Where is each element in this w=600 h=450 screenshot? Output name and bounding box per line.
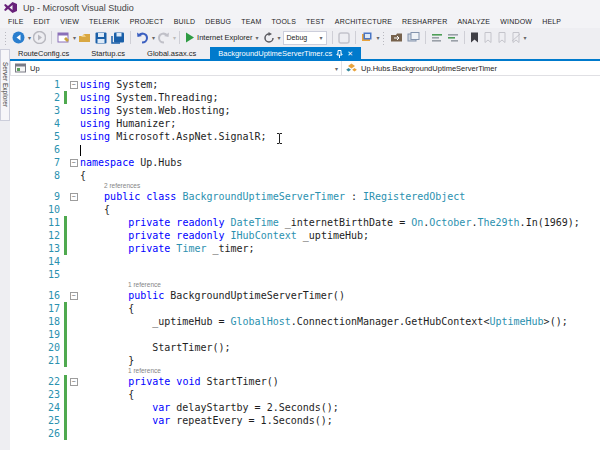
menu-item-architecture[interactable]: ARCHITECTURE — [330, 18, 397, 25]
window-layout-button[interactable] — [406, 30, 421, 46]
menu-item-debug[interactable]: DEBUG — [200, 18, 236, 25]
menu-item-team[interactable]: TEAM — [236, 18, 266, 25]
fold-collapse-icon[interactable]: − — [70, 81, 78, 89]
class-icon — [346, 63, 357, 73]
code-text: _uptimeHub = GlobalHost.ConnectionManage… — [80, 315, 600, 328]
next-bookmark-button[interactable] — [496, 30, 508, 46]
menu-item-test[interactable]: TEST — [301, 18, 330, 25]
browser-select-dropdown[interactable]: ▾ — [256, 34, 259, 41]
tab-startup-cs[interactable]: Startup.cs — [83, 47, 133, 59]
undo-dropdown[interactable]: ▾ — [152, 34, 155, 41]
line-number: 13 — [10, 242, 62, 255]
uncomment-button[interactable] — [446, 30, 460, 46]
tab-backgrounduptimeservertimer-cs[interactable]: BackgroundUptimeServerTimer.cs✕ — [210, 47, 361, 59]
refresh-button[interactable] — [262, 30, 276, 46]
fold-collapse-icon[interactable]: − — [70, 193, 78, 201]
code-line-11: 11 private readonly DateTime _internetBi… — [10, 216, 600, 229]
codelens-references-link[interactable]: 2 references — [104, 182, 140, 190]
save-button[interactable] — [94, 30, 108, 46]
new-project-button[interactable] — [56, 30, 71, 46]
toggle-bookmark-button[interactable] — [469, 30, 480, 46]
preview-changes-button[interactable] — [337, 30, 351, 46]
menu-item-view[interactable]: VIEW — [55, 18, 84, 25]
new-project-dropdown[interactable]: ▾ — [73, 34, 76, 41]
code-editor[interactable]: 1−using System;2using System.Threading;3… — [10, 77, 600, 450]
menu-item-project[interactable]: PROJECT — [125, 18, 169, 25]
tab-pin-icon[interactable] — [336, 50, 343, 58]
find-in-files-button[interactable] — [360, 30, 375, 46]
code-text: private void StartTimer() — [80, 375, 600, 388]
redo-button[interactable] — [156, 30, 171, 46]
previous-bookmark-button[interactable] — [482, 30, 494, 46]
title-bar: Up - Microsoft Visual Studio — [0, 0, 600, 15]
code-text — [80, 427, 600, 440]
menu-item-analyze[interactable]: ANALYZE — [452, 18, 495, 25]
menu-item-build[interactable]: BUILD — [169, 18, 201, 25]
main-toolbar: ▾ ▾ ▾ ▾ Internet Explorer ▾ ▾ Debug ▾ — [0, 28, 600, 47]
line-number: 19 — [10, 328, 62, 341]
add-item-button[interactable] — [77, 30, 92, 46]
menu-item-window[interactable]: WINDOW — [495, 18, 537, 25]
project-dropdown[interactable]: Up ▾ — [11, 61, 341, 75]
line-number: 6 — [10, 143, 62, 156]
code-line-15: 15 — [10, 268, 600, 281]
code-line-8: 8{ — [10, 169, 600, 182]
project-dropdown-value: Up — [30, 64, 40, 73]
fold-collapse-icon[interactable]: − — [70, 159, 78, 167]
line-number: 25 — [10, 414, 62, 427]
line-number: 14 — [10, 255, 62, 268]
line-number: 17 — [10, 302, 62, 315]
line-number: 5 — [10, 130, 62, 143]
tab-routeconfig-cs[interactable]: RouteConfig.cs — [10, 47, 77, 59]
server-explorer-vertical-tab[interactable]: Server Explorer — [0, 49, 10, 121]
comment-button[interactable] — [430, 30, 444, 46]
tab-label: RouteConfig.cs — [18, 49, 69, 58]
undo-button[interactable] — [135, 30, 150, 46]
code-text: using Microsoft.AspNet.SignalR; — [80, 130, 600, 143]
code-text: private readonly IHubContext _uptimeHub; — [80, 229, 600, 242]
clear-bookmarks-button[interactable] — [510, 30, 522, 46]
code-line-16: 16− public BackgroundUptimeServerTimer() — [10, 289, 600, 302]
code-line-13: 13 private Timer _timer; — [10, 242, 600, 255]
redo-dropdown[interactable]: ▾ — [173, 34, 176, 41]
code-line-21: 21 } — [10, 354, 600, 367]
codelens-references-link[interactable]: 1 reference — [128, 281, 161, 289]
configuration-dropdown-arrow: ▾ — [320, 34, 323, 41]
line-number: 1 — [10, 78, 62, 91]
toolbar-drag-handle-2[interactable] — [382, 31, 386, 45]
code-text: using System.Threading; — [80, 91, 600, 104]
line-number: 2 — [10, 91, 62, 104]
save-all-button[interactable] — [110, 30, 126, 46]
refresh-dropdown[interactable]: ▾ — [278, 34, 281, 41]
code-line-19: 19 — [10, 328, 600, 341]
menu-item-tools[interactable]: TOOLS — [266, 18, 301, 25]
navigate-back-button[interactable] — [11, 30, 26, 46]
tab-close-icon[interactable]: ✕ — [347, 50, 353, 57]
line-number: 26 — [10, 427, 62, 440]
tab-global-asax-cs[interactable]: Global.asax.cs — [139, 47, 204, 59]
text-caret — [80, 145, 81, 156]
start-debug-button[interactable]: Internet Explorer ▾ — [184, 30, 259, 46]
toolbar-drag-handle[interactable] — [4, 31, 8, 45]
code-line-3: 3using System.Web.Hosting; — [10, 104, 600, 117]
menu-item-file[interactable]: FILE — [3, 18, 29, 25]
codelens-row: 2 references — [10, 182, 600, 190]
find-dropdown[interactable]: ▾ — [377, 34, 380, 41]
code-line-10: 10 { — [10, 203, 600, 216]
menu-item-edit[interactable]: EDIT — [29, 18, 56, 25]
fold-collapse-icon[interactable]: − — [70, 378, 78, 386]
menu-item-telerik[interactable]: TELERIK — [84, 18, 125, 25]
menu-item-help[interactable]: HELP — [537, 18, 566, 25]
navigate-back-dropdown[interactable]: ▾ — [28, 34, 31, 41]
code-line-12: 12 private readonly IHubContext _uptimeH… — [10, 229, 600, 242]
solution-configuration-select[interactable]: Debug ▾ — [283, 31, 327, 45]
navigate-to-button[interactable] — [389, 30, 404, 46]
type-member-dropdown[interactable]: Up.Hubs.BackgroundUptimeServerTimer — [342, 61, 600, 75]
toolbar-overflow-dropdown[interactable]: ▾ — [524, 34, 527, 41]
code-text — [80, 268, 600, 281]
codelens-references-link[interactable]: 1 reference — [128, 367, 161, 375]
fold-collapse-icon[interactable]: − — [70, 292, 78, 300]
navigate-forward-button[interactable] — [32, 30, 47, 46]
menu-item-resharper[interactable]: RESHARPER — [397, 18, 452, 25]
line-number: 9 — [10, 190, 62, 203]
